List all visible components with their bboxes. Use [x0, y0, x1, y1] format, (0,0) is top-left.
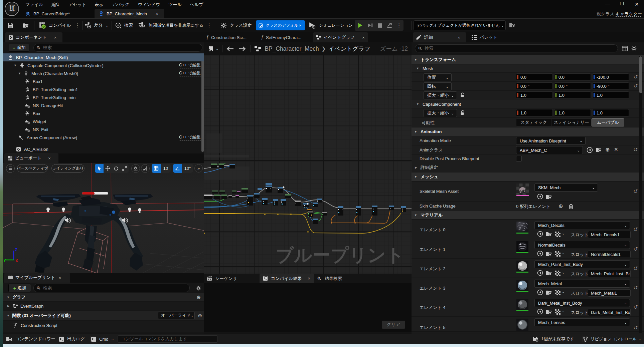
svg-text:ブループリント: ブループリント: [276, 245, 405, 265]
svg-text:X: X: [15, 259, 18, 263]
svg-text:Z: Z: [15, 247, 17, 252]
svg-text:Y: Y: [3, 258, 6, 263]
